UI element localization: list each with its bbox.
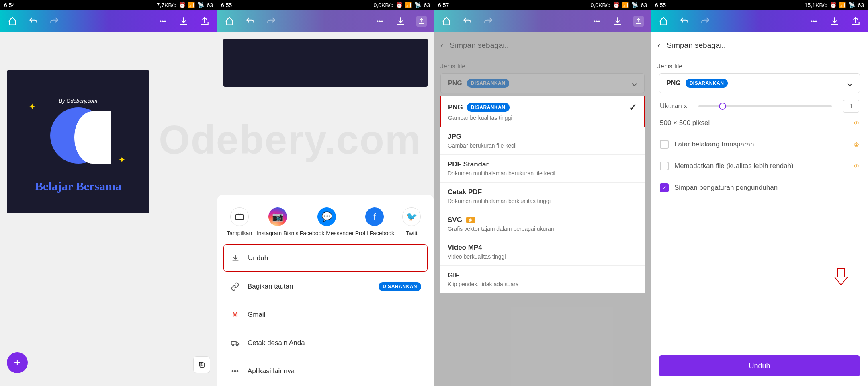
share-icon[interactable] — [850, 16, 861, 27]
share-facebook[interactable]: fProfil Facebook — [355, 207, 394, 236]
panel-filetype-dropdown: 6:57 0,0KB/d ⏰ 📶 📡 63 ••• ‹ Simpan sebag… — [434, 0, 651, 386]
share-messenger[interactable]: 💬Facebook Messenger — [300, 207, 354, 236]
transparan-row[interactable]: Latar belakang transparan ♔ — [651, 133, 868, 155]
design-byline: By Odebery.com — [7, 98, 149, 104]
simpan-pengaturan-row[interactable]: ✓ Simpan pengaturan pengunduhan — [651, 177, 868, 199]
option-cetak-pdf[interactable]: Cetak PDF Dokumen multihalaman berkualit… — [440, 183, 645, 210]
crown-icon: ♔ — [854, 162, 859, 170]
option-gif[interactable]: GIF Klip pendek, tidak ada suara — [440, 266, 645, 293]
filetype-select[interactable]: PNG DISARANKAN ⌵ — [659, 73, 860, 93]
redo-icon[interactable] — [49, 16, 59, 27]
ukuran-row: Ukuran x 1 — [651, 93, 868, 119]
back-icon[interactable]: ‹ — [657, 40, 660, 51]
size-slider[interactable] — [698, 105, 832, 107]
menu-bagikan[interactable]: Bagikan tautan DISARANKAN — [223, 273, 428, 300]
share-tampilkan[interactable]: Tampilkan — [223, 207, 256, 236]
more-icon[interactable]: ••• — [809, 16, 819, 27]
home-icon — [224, 16, 235, 27]
crown-icon: ♔ — [854, 119, 859, 127]
chevron-down-icon: ⌵ — [847, 78, 852, 88]
more-icon[interactable]: ••• — [158, 16, 168, 27]
add-button[interactable]: + — [7, 352, 28, 373]
header-save-as[interactable]: ‹ Simpan sebagai... — [651, 32, 868, 59]
status-time: 6:55 — [221, 2, 232, 8]
moon-graphic — [50, 107, 106, 164]
share-icon[interactable] — [199, 16, 210, 27]
check-icon: ✓ — [629, 102, 637, 113]
option-png[interactable]: PNGDISARANKAN✓ Gambar berkualitas tinggi — [440, 96, 645, 127]
option-mp4[interactable]: Video MP4 Video berkualitas tinggi — [440, 238, 645, 266]
status-time: 6:57 — [438, 2, 449, 8]
more-icon: ••• — [375, 16, 385, 27]
memadatkan-row[interactable]: Memadatkan file (kualitas lebih rendah) … — [651, 155, 868, 177]
download-icon — [395, 16, 406, 27]
truck-icon — [230, 338, 240, 348]
crown-icon: ♔ — [466, 217, 475, 223]
save-as-panel: ‹ Simpan sebagai... Jenis file PNG DISAR… — [651, 32, 868, 386]
status-time: 6:55 — [655, 2, 666, 8]
redo-icon — [483, 16, 493, 27]
status-speed: 0,0KB/d — [591, 2, 611, 8]
battery-icon: 63 — [858, 2, 864, 8]
wifi-icon: 📡 — [631, 2, 638, 8]
home-icon[interactable] — [658, 16, 669, 27]
sparkle-icon: ✦ — [29, 102, 36, 111]
status-time: 6:54 — [4, 2, 15, 8]
option-jpg[interactable]: JPG Gambar berukuran file kecil — [440, 127, 645, 155]
alarm-icon: ⏰ — [179, 2, 186, 8]
top-bar: ••• — [434, 10, 651, 32]
home-icon — [441, 16, 452, 27]
redo-icon[interactable] — [700, 16, 710, 27]
disarankan-badge: DISARANKAN — [379, 282, 421, 291]
wifi-icon: 📡 — [197, 2, 204, 8]
save-as-panel: ‹ Simpan sebagai... Jenis file PNG DISAR… — [434, 32, 651, 386]
unduh-button[interactable]: Unduh — [659, 355, 860, 376]
pages-button[interactable]: 1 — [193, 356, 210, 373]
panel-download-settings: 6:55 15,1KB/d ⏰ 📶 📡 63 ••• ‹ Simpan seba… — [651, 0, 868, 386]
menu-unduh[interactable]: Unduh — [223, 244, 428, 272]
gmail-icon: M — [230, 310, 240, 320]
menu-cetak[interactable]: Cetak desain Anda — [223, 330, 428, 356]
signal-icon: 📶 — [405, 2, 412, 8]
piksel-row: 500 × 500 piksel ♔ — [651, 119, 868, 133]
more-icon: ••• — [592, 16, 602, 27]
signal-icon: 📶 — [622, 2, 629, 8]
undo-icon[interactable] — [28, 16, 39, 27]
panel-share-sheet: 6:55 0,0KB/d ⏰ 📶 📡 63 ••• Tampilkan 📷Ins… — [217, 0, 434, 386]
share-sheet: Tampilkan 📷Instagram Bisnis 💬Facebook Me… — [217, 195, 434, 386]
option-svg[interactable]: SVG♔ Grafis vektor tajam dalam berbagai … — [440, 210, 645, 238]
top-bar: ••• — [651, 10, 868, 32]
disarankan-badge: DISARANKAN — [686, 79, 728, 88]
menu-lainnya[interactable]: ••• Aplikasi lainnya — [223, 358, 428, 384]
alarm-icon: ⏰ — [396, 2, 403, 8]
signal-icon: 📶 — [839, 2, 846, 8]
svg-rect-1 — [236, 215, 243, 220]
checkbox-transparan[interactable] — [660, 140, 669, 149]
undo-icon — [245, 16, 256, 27]
size-value[interactable]: 1 — [843, 100, 859, 113]
undo-icon — [462, 16, 473, 27]
download-icon[interactable] — [829, 16, 840, 27]
undo-icon[interactable] — [679, 16, 690, 27]
more-icon: ••• — [230, 366, 240, 376]
link-icon — [230, 281, 240, 292]
status-speed: 7,7KB/d — [157, 2, 177, 8]
battery-icon: 63 — [424, 2, 430, 8]
share-instagram[interactable]: 📷Instagram Bisnis — [257, 207, 298, 236]
home-icon[interactable] — [7, 16, 18, 27]
checkbox-memadatkan[interactable] — [660, 162, 669, 170]
battery-icon: 63 — [207, 2, 213, 8]
design-preview[interactable]: By Odebery.com ✦ ✦ Belajar Bersama — [7, 70, 149, 213]
option-pdf-standar[interactable]: PDF Standar Dokumen multihalaman berukur… — [440, 155, 645, 183]
checkbox-simpan[interactable]: ✓ — [660, 183, 669, 192]
menu-gmail[interactable]: M Gmail — [223, 302, 428, 328]
top-bar: ••• — [0, 10, 217, 32]
download-icon[interactable] — [178, 16, 189, 27]
alarm-icon: ⏰ — [830, 2, 837, 8]
download-icon — [612, 16, 623, 27]
sparkle-icon: ✦ — [118, 155, 125, 165]
filetype-dropdown: PNGDISARANKAN✓ Gambar berkualitas tinggi… — [440, 96, 645, 293]
status-speed: 0,0KB/d — [374, 2, 394, 8]
canvas-area[interactable]: By Odebery.com ✦ ✦ Belajar Bersama + 1 — [0, 32, 217, 386]
share-twitter[interactable]: 🐦Twitt — [395, 207, 428, 236]
